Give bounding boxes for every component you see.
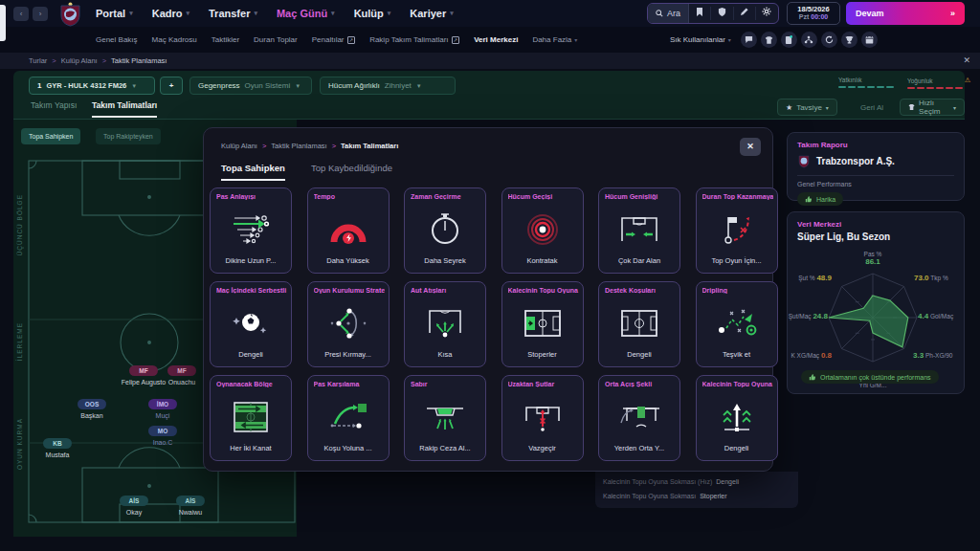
- tab-team-instructions[interactable]: Takım Talimatları: [92, 100, 157, 118]
- shirt-icon[interactable]: [761, 32, 777, 48]
- player-inao-c[interactable]: MOInao.C: [129, 420, 196, 446]
- panel-close-icon[interactable]: ✕: [963, 55, 970, 65]
- pitch-tab-in-possession[interactable]: Topa Sahipken: [21, 128, 80, 144]
- player-mu-i[interactable]: İMOMuçi: [129, 393, 196, 419]
- instruction-tile-oynanacak-b-lge[interactable]: Oynanacak Bölge Her İki Kanat: [210, 375, 292, 461]
- tactic-preset-select[interactable]: 1 GYR - HULK 4312 FM26 ▼: [29, 77, 155, 95]
- favorites-label[interactable]: Sık Kullanılanlar▾: [670, 35, 731, 44]
- subnav-daha-fazla[interactable]: Daha Fazla▾: [532, 35, 577, 44]
- tile-title: Destek Koşuları: [605, 287, 676, 294]
- subnav-taktikler[interactable]: Taktikler: [212, 35, 239, 44]
- subnav-genel-bak-[interactable]: Genel Bakış: [96, 35, 138, 44]
- clipboard-icon[interactable]: [781, 32, 797, 48]
- chat-bubble-icon[interactable]: [741, 32, 757, 48]
- position-badge: İMO: [148, 399, 177, 409]
- gear-icon[interactable]: [756, 7, 778, 20]
- data-hub-card[interactable]: Veri Merkezi Süper Lig, Bu Sezon Pas %86…: [787, 211, 965, 394]
- modal-close-button[interactable]: ✕: [740, 138, 761, 156]
- breadcrumb-item[interactable]: Takım Talimatları: [341, 142, 398, 150]
- top-navigation-bar: ‹ › Portal▾Kadro▾Transfer▾Maç Günü▾Kulüp…: [0, 0, 980, 27]
- club-crest-icon: [797, 154, 811, 168]
- tile-title: Oynanacak Bölge: [216, 381, 287, 387]
- calendar-icon[interactable]: [861, 32, 878, 48]
- continue-button[interactable]: Devam»: [846, 2, 965, 25]
- instruction-tile-pas-kar-lama[interactable]: Pas Karşılama Koşu Yoluna ...: [307, 375, 390, 461]
- subnav-penalt-lar[interactable]: Penaltılar↗: [312, 35, 355, 44]
- undo-button[interactable]: Geri Al: [852, 99, 892, 116]
- pitch-tab-out-possession[interactable]: Top Rakipteyken: [96, 128, 161, 144]
- menu-kul-p[interactable]: Kulüp▾: [354, 8, 391, 19]
- quick-pick-button[interactable]: Hızlı Seçim▾: [900, 99, 965, 116]
- stopwatch-icon: [405, 209, 485, 250]
- menu-portal[interactable]: Portal▾: [96, 8, 133, 19]
- performance-summary-badge: Ortalamanın çok üstünde performans: [801, 370, 939, 384]
- build-up-strategy-icon: [308, 303, 389, 343]
- forward-button[interactable]: ›: [33, 7, 48, 21]
- instruction-row[interactable]: Kalecinin Topu Oyuna Sokması (Hız)Dengel…: [603, 478, 739, 485]
- player-mustafa[interactable]: KBMustafa: [24, 432, 91, 458]
- trophy-icon[interactable]: [841, 32, 858, 48]
- instruction-tile-h-cum-ge-i-i[interactable]: Hücum Geçişi Kontratak: [501, 187, 584, 274]
- instruction-tile-aut-at-lar-[interactable]: Aut Atışları Kısa: [404, 281, 486, 367]
- tile-value: Dengeli: [211, 350, 291, 359]
- menu-kariyer[interactable]: Kariyer▾: [410, 8, 453, 19]
- modal-tab-in-possession[interactable]: Topa Sahipken: [221, 163, 285, 181]
- pencil-icon[interactable]: [734, 7, 756, 20]
- instruction-tile-sab-r[interactable]: Sabır Rakip Ceza Al...: [404, 375, 486, 461]
- breadcrumb-item[interactable]: Taktik Planlaması: [111, 56, 167, 65]
- tactic-toolbar: 1 GYR - HULK 4312 FM26 ▼ + Gegenpress Oy…: [13, 71, 965, 120]
- instruction-row[interactable]: Kalecinin Topu Oyuna SokmasıStoperler: [603, 493, 727, 499]
- crossing-type-icon: [599, 397, 679, 437]
- intensity-indicator: Yoğunluk⚠: [907, 77, 970, 89]
- card-title: Veri Merkezi: [797, 220, 954, 229]
- instruction-tile-orta-a-ekli[interactable]: Orta Açış Şekli Yerden Orta Y...: [598, 375, 680, 461]
- search-input[interactable]: Ara: [648, 4, 689, 23]
- subnav-veri-merkezi[interactable]: Veri Merkezi: [474, 35, 518, 44]
- menu-ma-g-n-[interactable]: Maç Günü▾: [277, 8, 335, 19]
- patience-icon: [405, 397, 485, 437]
- player-nwaiwu[interactable]: AİSNwaiwu: [157, 490, 224, 516]
- instruction-tile-duran-top-kazanmaya[interactable]: Duran Top Kazanmaya Top Oyun İçin...: [696, 187, 778, 274]
- org-chart-icon[interactable]: [801, 32, 817, 48]
- tile-value: Presi Kırmay...: [308, 350, 389, 359]
- modal-tab-out-of-possession[interactable]: Top Kaybedildiğinde: [311, 163, 392, 173]
- advice-button[interactable]: ★ Tavsiye▾: [777, 99, 837, 116]
- breadcrumb-item[interactable]: Turlar: [29, 56, 47, 65]
- instruction-tile-pas-anlay-[interactable]: Pas Anlayışı Dikine Uzun P...: [210, 187, 292, 274]
- add-tactic-button[interactable]: +: [160, 77, 183, 95]
- game-date[interactable]: 18/5/2026 Pzt 00:00: [787, 2, 840, 25]
- position-badge: AİS: [176, 496, 205, 506]
- instruction-tile-destek-ko-ular-[interactable]: Destek Koşuları Dengeli: [598, 281, 680, 367]
- instruction-tile-kalecinin-topu-oyuna-s[interactable]: Kalecinin Topu Oyuna S Dengeli: [696, 375, 778, 461]
- instruction-tile-zaman-ge-irme[interactable]: Zaman Geçirme Daha Seyrek: [404, 187, 486, 274]
- menu-kadro[interactable]: Kadro▾: [152, 8, 189, 19]
- shield-icon[interactable]: [711, 7, 733, 20]
- instruction-tile-uzaktan-utlar[interactable]: Uzaktan Şutlar Vazgeçir: [501, 375, 584, 461]
- main-menu: Portal▾Kadro▾Transfer▾Maç Günü▾Kulüp▾Kar…: [96, 0, 454, 27]
- menu-transfer[interactable]: Transfer▾: [209, 8, 257, 19]
- instruction-tile-kalecinin-topu-oyuna-s[interactable]: Kalecinin Topu Oyuna S Stoperler: [501, 281, 584, 367]
- subnav-rakip-tak-m-talimatlar-[interactable]: Rakip Takım Talimatları↗: [369, 35, 459, 44]
- tab-team-structure[interactable]: Takım Yapısı: [31, 100, 77, 110]
- tile-value: Dengeli: [697, 444, 777, 452]
- subnav-ma-kadrosu[interactable]: Maç Kadrosu: [152, 35, 197, 44]
- game-system-select[interactable]: Gegenpress Oyun Sistemi ▼: [189, 77, 312, 95]
- instruction-tile-ma-i-indeki-serbestli[interactable]: Maç İçindeki Serbestli Dengeli: [210, 281, 292, 367]
- instruction-tile-oyun-kurulumu-stratej[interactable]: Oyun Kurulumu Stratej Presi Kırmay...: [307, 281, 390, 367]
- section-tabs: Genel BakışMaç KadrosuTaktiklerDuran Top…: [96, 27, 577, 53]
- player-ba-kan[interactable]: OOSBaşkan: [58, 393, 125, 419]
- mentality-select[interactable]: Hücum Ağırlıklı Zihniyet ▼: [320, 77, 456, 95]
- instruction-tile-h-cum-geni-li-i[interactable]: Hücum Genişliği Çok Dar Alan: [598, 187, 680, 274]
- subnav-duran-toplar[interactable]: Duran Toplar: [254, 35, 298, 44]
- breadcrumb-item[interactable]: Kulüp Alanı: [221, 142, 257, 150]
- breadcrumb-item[interactable]: Taktik Planlaması: [271, 142, 326, 150]
- shirt-icon: [908, 103, 915, 111]
- sync-icon[interactable]: [821, 32, 837, 48]
- bookmark-icon[interactable]: [689, 7, 711, 20]
- instruction-tile-dripling[interactable]: Dripling Teşvik et: [696, 281, 778, 367]
- breadcrumb-item[interactable]: Kulüp Alanı: [61, 56, 98, 65]
- team-report-card[interactable]: Takım Raporu Trabzonspor A.Ş. Genel Perf…: [787, 132, 965, 201]
- instruction-tile-tempo[interactable]: Tempo Daha Yüksek: [307, 187, 390, 274]
- back-button[interactable]: ‹: [13, 7, 29, 21]
- tile-value: Yerden Orta Y...: [599, 444, 679, 452]
